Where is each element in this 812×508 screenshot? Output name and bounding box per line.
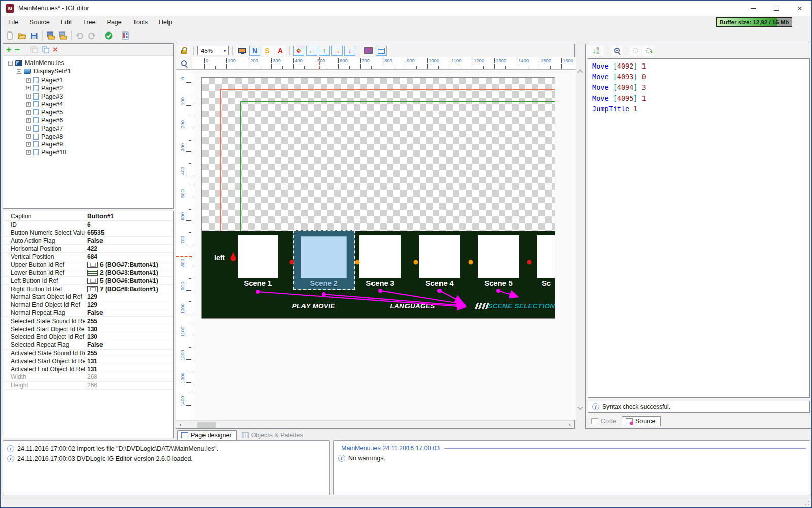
compile-button[interactable]: ↓ 011001 [588,46,603,56]
object-list-button[interactable] [376,46,387,56]
remove-node-button[interactable]: − [15,45,20,54]
settings-disabled-button[interactable] [630,46,641,56]
tree-expander-icon[interactable]: + [26,78,31,83]
selected-state-button[interactable]: S [262,46,273,56]
property-row[interactable]: Normal Repeat FlagFalse [3,309,173,318]
property-value[interactable]: 5 (BOG#6:Button#1) [85,277,158,284]
normal-state-button[interactable]: N [249,46,260,56]
property-value[interactable]: 266 [85,382,97,389]
source-code-editor[interactable]: Move [4092] 1Move [4093] 0Move [4094] 3M… [588,58,810,398]
tree-expander-icon[interactable]: + [26,134,31,139]
tree-item-page9[interactable]: +Page#9 [26,140,63,148]
tree-item-page3[interactable]: +Page#3 [26,92,63,101]
resize-grip[interactable] [805,501,810,506]
nav-right-button[interactable]: → [331,46,343,56]
add-node-button[interactable]: + [6,45,12,54]
property-value[interactable]: 255 [85,318,97,325]
lock-button[interactable] [179,46,190,56]
scene-thumbnail[interactable] [537,235,555,278]
property-row[interactable]: Horisontal Position422 [3,245,173,253]
tree-expander-icon[interactable]: − [17,69,21,74]
open-file-button[interactable] [16,30,28,41]
property-row[interactable]: Left Button Id Ref5 (BOG#6:Button#1) [3,277,173,285]
navigation-all-button[interactable] [293,46,304,56]
tree-expander-icon[interactable]: + [26,102,31,107]
undo-button[interactable] [74,30,86,41]
scene-thumbnail[interactable] [238,235,278,278]
tree-expander-icon[interactable]: + [26,126,31,131]
tree-item-page2[interactable]: +Page#2 [26,84,63,92]
property-row[interactable]: Normal Start Object Id Ref129 [3,293,173,301]
property-row[interactable]: Selected State Sound Id Ref255 [3,317,173,325]
panel-splitter[interactable] [576,44,585,429]
property-row[interactable]: Activated Start Object Id Ref131 [3,357,173,365]
property-row[interactable]: ID6 [3,221,173,229]
preview-monitor-button[interactable] [236,46,248,56]
scene-thumbnail[interactable] [359,235,401,278]
property-value[interactable]: 130 [85,333,97,340]
copy-node-disabled-button[interactable] [30,46,39,53]
menu-edit[interactable]: Edit [55,16,78,29]
property-value[interactable]: 131 [85,358,97,365]
scroll-right-icon[interactable]: › [565,421,574,428]
property-value[interactable]: False [85,341,103,348]
tree-item-page1[interactable]: +Page#1 [26,76,63,84]
save-button[interactable] [28,30,40,41]
property-row[interactable]: Selected Repeat FlagFalse [3,341,173,350]
add-settings-button[interactable]: + [642,46,654,56]
tree-item-displayset[interactable]: −DisplaySet#1 [17,67,71,75]
tab-page-designer[interactable]: Page designer [177,430,237,440]
tree-item-root[interactable]: −MainMenu.ies [8,59,64,67]
property-value[interactable]: 129 [85,293,97,300]
property-row[interactable]: Height266 [3,382,173,390]
property-row[interactable]: CaptionButton#1 [3,213,173,221]
menu-source[interactable]: Source [24,16,55,29]
scroll-left-icon[interactable]: ‹ [176,421,185,428]
maximize-button[interactable] [765,1,788,16]
tree-item-page7[interactable]: +Page#7 [26,124,63,133]
property-row[interactable]: Selected End Object Id Ref130 [3,333,173,341]
menu-file[interactable]: File [3,16,24,29]
scroll-down-icon[interactable] [577,404,583,410]
tree-item-page6[interactable]: +Page#6 [26,116,63,124]
tree-item-page10[interactable]: +Page#10 [26,148,66,156]
delete-node-button[interactable]: × [53,45,58,54]
property-row[interactable]: Button Numeric Select Value65535 [3,229,173,237]
menu-page[interactable]: Page [101,16,127,29]
property-row[interactable]: Width268 [3,373,173,382]
tree-expander-icon[interactable]: + [26,118,31,123]
zoom-select[interactable]: 45% ▾ [197,46,229,55]
export-ies-button[interactable] [57,30,69,41]
property-value[interactable]: 130 [85,326,97,333]
tree-expander-icon[interactable]: + [26,94,31,99]
page-canvas[interactable]: Scene 1Scene 2Scene 3Scene 4Scene 5Sc le… [201,77,555,319]
nav-left-button[interactable]: ← [306,46,317,56]
close-button[interactable]: × [788,1,811,16]
nav-down-button[interactable]: ↓ [344,46,355,56]
property-row[interactable]: Right Button Id Ref7 (BOG#8:Button#1) [3,285,173,293]
property-value[interactable]: False [85,309,103,316]
property-row[interactable]: Selected Start Object Id Ref130 [3,325,173,333]
canvas-horizontal-scrollbar[interactable]: ‹ › [176,420,574,428]
property-value[interactable]: 255 [85,350,97,357]
import-ies-button[interactable] [45,30,57,41]
property-row[interactable]: Activated End Object Id Ref131 [3,365,173,373]
property-value[interactable]: 2 (BOG#3:Button#1) [85,269,158,276]
menu-tools[interactable]: Tools [127,16,153,29]
copy-node-button[interactable] [42,46,50,53]
minimize-button[interactable] [741,1,765,16]
tree-expander-icon[interactable]: − [8,61,13,66]
property-row[interactable]: Auto Action FlagFalse [3,237,173,245]
check-syntax-button[interactable] [103,30,115,41]
scene-thumbnail[interactable] [478,235,519,278]
property-value[interactable]: 129 [85,301,97,308]
tree-item-page4[interactable]: +Page#4 [26,100,63,108]
property-value[interactable]: Button#1 [85,213,114,220]
property-value[interactable]: 131 [85,366,97,373]
property-value[interactable]: 6 (BOG#7:Button#1) [85,261,158,268]
property-value[interactable]: 422 [85,245,97,252]
new-file-button[interactable] [4,30,16,41]
palette-view-button[interactable] [363,46,374,56]
tab-source[interactable]: Source [622,416,661,426]
tab-objects-palettes[interactable]: Objects & Palettes [238,431,308,440]
